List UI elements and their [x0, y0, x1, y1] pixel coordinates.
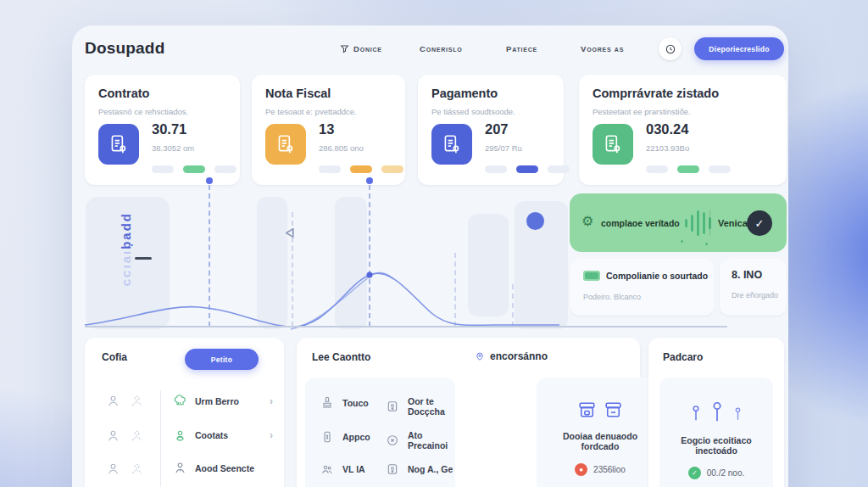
detail-row[interactable]: Appco — [320, 430, 370, 444]
detail-row[interactable]: Oor te Docçcha — [386, 396, 455, 417]
phone-icon — [320, 430, 334, 444]
detail-rows-panel: Touco Oor te Docçcha Appco Ato Precainoi… — [305, 378, 455, 487]
detail-row[interactable]: Ato Precainoi — [386, 430, 455, 451]
chart-baseline — [85, 326, 727, 327]
compliance-card-title: Compolianie o sourtado — [606, 271, 708, 281]
circle-x-icon — [386, 434, 399, 447]
location-line2: fordcado — [537, 441, 664, 451]
main-panel: Dosupadd Donice Conerislo Patiece Voores… — [72, 25, 788, 487]
location-summary-panel: Dooiaa denuaodo fordcado ● 2356lioo — [537, 378, 664, 487]
team-list-item[interactable]: Urm Berro › — [173, 394, 273, 408]
map-line1: Eogcio ecoitiaco — [659, 435, 773, 445]
metric-label: Dre eñorgado — [732, 291, 778, 299]
compliance-result-card[interactable]: Compolianie o sourtado Podeiro. Blcanco — [570, 259, 715, 316]
map-pins-icon — [659, 401, 773, 423]
chevron-right-icon: › — [270, 395, 273, 407]
team-card: Cofia Petito Urm Berro › Cootats › Aood … — [85, 338, 284, 487]
alert-dot-icon: ● — [575, 463, 587, 476]
verified-check-icon[interactable]: ✓ — [747, 210, 772, 236]
users-icon — [320, 462, 334, 476]
map-summary-panel: Eogcio ecoitiaco inectoádo ✓ 00./2 noo. — [659, 378, 773, 487]
compliance-metric-card[interactable]: 8. INO Dre eñorgado — [720, 259, 787, 316]
user-icon — [130, 394, 144, 408]
certificate-icon — [386, 462, 399, 476]
stamp-icon — [320, 396, 334, 410]
map-pin-icon — [475, 351, 485, 361]
map-line2: inectoádo — [659, 445, 773, 456]
user-icon — [106, 428, 120, 443]
map-card-title: Padcaro — [663, 351, 703, 363]
location-badge-row: ● 2356lioo — [537, 463, 664, 476]
metric-value: 8. INO — [732, 269, 762, 281]
compliance-banner-label: complaoe verítado — [601, 218, 680, 228]
user-icon — [130, 462, 144, 476]
gear-icon: ⚙ — [581, 213, 593, 229]
compliance-badge-icon — [583, 271, 600, 281]
certificate-icon — [386, 400, 399, 413]
user-icon — [106, 462, 120, 476]
chef-hat-icon — [173, 394, 187, 408]
map-card: Padcaro Eogcio ecoitiaco inectoádo ✓ 00.… — [648, 338, 784, 487]
detail-card-title: Lee Caontto — [312, 351, 370, 363]
map-badge-value: 00./2 noo. — [707, 468, 744, 478]
divider — [160, 390, 161, 487]
location-section-title: encorsánno — [475, 350, 548, 362]
divider — [709, 210, 710, 236]
detail-row[interactable]: VL lA — [320, 462, 365, 476]
storage-boxes-icon — [537, 400, 664, 421]
user-icon — [130, 428, 144, 443]
detail-card: Lee Caontto encorsánno Touco Oor te Docç… — [297, 338, 640, 487]
user-star-icon — [173, 461, 187, 475]
team-card-title: Cofia — [102, 351, 127, 363]
user-icon — [106, 394, 120, 408]
detail-row[interactable]: Touco — [320, 396, 369, 410]
location-badge-value: 2356lioo — [593, 465, 626, 474]
chevron-right-icon: › — [270, 429, 273, 441]
team-list-item[interactable]: Cootats › — [173, 428, 273, 442]
curve-data-point — [367, 272, 373, 278]
team-action-button[interactable]: Petito — [185, 349, 259, 370]
location-line1: Dooiaa denuaodo — [537, 431, 664, 441]
waveform-dot — [705, 243, 708, 245]
map-badge-row: ✓ 00./2 noo. — [659, 467, 773, 479]
compliance-banner[interactable]: ⚙ complaoe verítado Venicado ✓ — [570, 193, 787, 252]
waveform-dot — [681, 240, 683, 243]
check-dot-icon: ✓ — [688, 467, 701, 479]
compliance-card-subtitle: Podeiro. Blcanco — [583, 293, 641, 301]
detail-row[interactable]: Nog A., Ge — [386, 462, 453, 476]
user-circle-icon — [173, 428, 187, 442]
waveform-bars-icon — [685, 209, 711, 238]
team-list-item[interactable]: Aood Seencte — [173, 461, 273, 475]
